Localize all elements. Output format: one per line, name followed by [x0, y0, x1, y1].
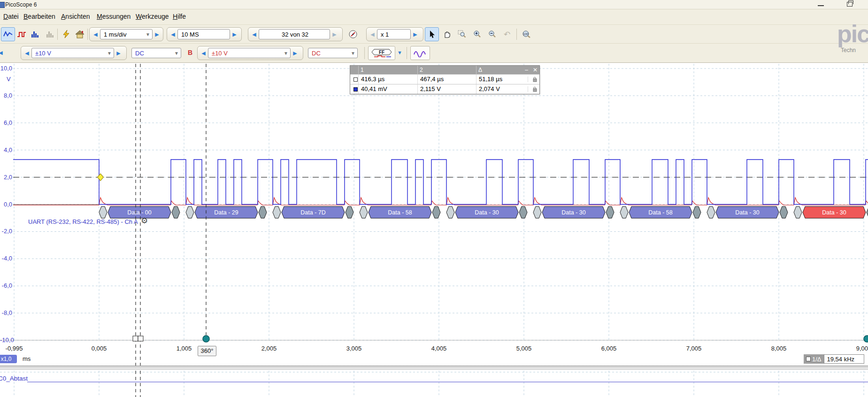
table-close-icon[interactable]: ✕: [533, 66, 538, 74]
measurement-row: 40,41 mV2,115 V2,074 V: [350, 84, 539, 94]
y-tick-label: -10,0: [0, 336, 12, 344]
zoom-in-icon[interactable]: [470, 27, 484, 41]
channel-b-coupling-select[interactable]: DC▼: [308, 48, 358, 58]
samples-prev-icon[interactable]: ◀: [169, 31, 177, 38]
cursor-handle-2[interactable]: [138, 336, 143, 341]
hand-tool-icon[interactable]: [440, 27, 454, 41]
zoom-out-icon[interactable]: [485, 27, 499, 41]
menu-datei[interactable]: Datei: [3, 13, 19, 20]
menu-ansichten[interactable]: Ansichten: [61, 13, 90, 20]
uart-stop-bit-hex: [693, 206, 701, 218]
scope-mode-icon[interactable]: [1, 27, 15, 41]
phase-rotation-label: 360°: [198, 346, 216, 356]
samples-next-icon[interactable]: ▶: [230, 31, 239, 38]
cursor-measurement-table[interactable]: 1 2 Δ – ✕ 416,3 µs467,4 µs51,18 µs40,41 …: [350, 65, 540, 94]
serial-decoding-icon[interactable]: FF: [368, 46, 395, 60]
channel-a-range-select[interactable]: ±10 V▼: [31, 48, 114, 58]
x-scale-badge[interactable]: x1,0: [0, 355, 17, 363]
buffer-position[interactable]: 32 von 32: [259, 29, 330, 39]
freq-badge-value: 19,54 kHz: [824, 354, 864, 364]
y-tick-label: -6,0: [0, 282, 12, 289]
uart-start-bit-hex: [186, 206, 194, 218]
uart-start-bit-hex: [273, 206, 281, 218]
zoom-factor-prev-icon[interactable]: ◀: [368, 31, 377, 38]
menu-messungen[interactable]: Messungen: [97, 13, 131, 20]
picoscope-window: { "window": { "title": "PicoScope 6" }, …: [0, 0, 868, 397]
chevron-down-icon: ▼: [146, 32, 150, 37]
uart-data-label: Data - 29: [214, 209, 238, 216]
zoom-window-icon[interactable]: [455, 27, 469, 41]
cursor-square-icon: [806, 357, 811, 361]
timebase-prev-icon[interactable]: ◀: [91, 31, 100, 38]
title-bar[interactable]: PicoScope 6: [0, 0, 868, 9]
trigger-marker-diamond[interactable]: [98, 174, 104, 181]
measurement-value: 467,4 µs: [417, 75, 476, 84]
toolbar-capture: ◀ 1 ms/div▼ ▶ ◀ 10 MS ▶ ◀ 32 von 32 ▶ ◀ …: [0, 25, 868, 44]
measurement-table-header[interactable]: 1 2 Δ – ✕: [350, 66, 539, 74]
auto-setup-icon[interactable]: [59, 27, 73, 41]
column-header-2: 2: [417, 66, 476, 74]
menu-bearbeiten[interactable]: Bearbeiten: [23, 13, 55, 20]
channel-a-prev-icon-clipped[interactable]: ◀: [0, 50, 5, 56]
channel-b-range-select[interactable]: ±10 V▼: [208, 48, 291, 58]
phase-marker-handle-right[interactable]: [864, 336, 868, 342]
decoder-channel-label: UART (RS-232, RS-422, RS-485) - Ch A: [28, 218, 138, 225]
serial-decoding-dropdown-icon[interactable]: ▼: [395, 50, 404, 55]
zoom-factor[interactable]: x 1: [377, 29, 411, 39]
y-axis-unit: V: [7, 76, 11, 83]
home-icon[interactable]: [73, 27, 87, 41]
measurement-value: 51,18 µs: [476, 75, 528, 84]
buffer-compass-icon[interactable]: [346, 27, 360, 41]
channel-a-coupling-select[interactable]: DC▼: [131, 48, 181, 58]
cursor-handle-1[interactable]: [133, 336, 138, 341]
column-header-1: 1: [358, 66, 417, 74]
chevron-down-icon: ▼: [107, 51, 112, 56]
math-channels-icon[interactable]: [410, 46, 430, 60]
phase-marker-handle[interactable]: [203, 336, 209, 342]
restore-icon[interactable]: [847, 2, 853, 7]
channel-a-range-prev-icon[interactable]: ◀: [23, 50, 31, 56]
lock-icon[interactable]: [528, 76, 538, 82]
menu-werkzeuge[interactable]: Werkzeuge: [136, 13, 169, 20]
uart-stop-bit-hex: [172, 206, 180, 218]
window-title: PicoScope 6: [5, 1, 37, 8]
channel-b-range-next-icon[interactable]: ▶: [291, 50, 300, 56]
persistence-mode-icon[interactable]: [15, 27, 29, 41]
uart-start-bit-hex: [99, 206, 107, 218]
zoom-factor-next-icon[interactable]: ▶: [411, 31, 420, 38]
table-minimize-icon[interactable]: –: [525, 66, 528, 74]
measurement-value: 416,3 µs: [358, 75, 417, 84]
channel-a-range-next-icon[interactable]: ▶: [114, 50, 123, 56]
decoder-settings-gear-icon[interactable]: ⚙: [141, 216, 148, 226]
uart-start-bit-hex: [707, 206, 715, 218]
channel-b-range-group: ◀ ±10 V▼ ▶: [197, 46, 303, 60]
measurement-value: 2,115 V: [417, 84, 476, 94]
pointer-tool-icon[interactable]: [425, 27, 439, 41]
spectrum-mode-icon[interactable]: [28, 27, 42, 41]
y-tick-label: -8,0: [0, 309, 12, 316]
channel-b-range-prev-icon[interactable]: ◀: [199, 50, 208, 56]
channel-a-range-group: ◀ ±10 V▼ ▶: [21, 46, 127, 60]
menu-hilfe[interactable]: Hilfe: [173, 13, 186, 20]
buffer-next-icon[interactable]: ▶: [330, 31, 339, 38]
x-tick-label: 6,005: [596, 345, 622, 352]
timebase-group: ◀ 1 ms/div▼ ▶: [89, 27, 163, 41]
timebase-select[interactable]: 1 ms/div▼: [100, 29, 153, 39]
panel-splitter[interactable]: [0, 366, 868, 370]
samples-select[interactable]: 10 MS: [177, 29, 230, 39]
zoom-factor-group: ◀ x 1 ▶: [366, 27, 423, 41]
uart-start-bit-hex: [446, 206, 454, 218]
zoom-100-icon[interactable]: 100: [519, 27, 536, 41]
timebase-next-icon[interactable]: ▶: [153, 31, 161, 38]
y-tick-label: -4,0: [0, 255, 12, 262]
spectrum-disabled-icon: [43, 27, 57, 41]
measurement-value: 2,074 V: [476, 84, 528, 94]
lock-icon[interactable]: [528, 86, 538, 92]
measurement-value: 40,41 mV: [358, 84, 417, 94]
channel-b-label[interactable]: B: [188, 49, 192, 56]
minimize-icon[interactable]: [818, 5, 824, 6]
channel-b-trace: [13, 198, 868, 205]
buffer-nav-group: ◀ 32 von 32 ▶: [248, 27, 343, 41]
bottom-panel-label: C0_Abtast: [0, 375, 28, 382]
buffer-prev-icon[interactable]: ◀: [250, 31, 259, 38]
